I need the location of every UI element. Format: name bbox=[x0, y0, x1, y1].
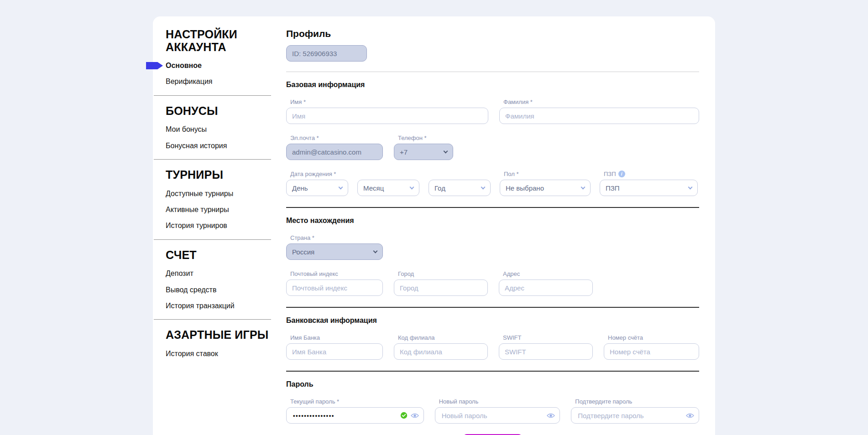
phone-code-value: +7 bbox=[400, 148, 408, 156]
first-name-input[interactable] bbox=[286, 108, 488, 124]
sidebar-item-main[interactable]: Основное bbox=[166, 62, 271, 70]
phone-field-group: Телефон * +7 bbox=[394, 135, 453, 160]
chevron-down-icon bbox=[688, 185, 693, 189]
city-input[interactable] bbox=[394, 280, 488, 296]
current-password-label: Текущий пароль * bbox=[290, 398, 424, 405]
gender-select[interactable]: Не выбрано bbox=[500, 180, 591, 196]
birth-month-select[interactable]: Месяц bbox=[357, 180, 419, 196]
country-value: Россия bbox=[292, 248, 314, 256]
birth-day-select[interactable]: День bbox=[286, 180, 348, 196]
sidebar-item-label: Бонусная история bbox=[166, 142, 227, 150]
account-number-field-group: Номер счёта bbox=[604, 334, 699, 360]
gender-label: Пол * bbox=[504, 171, 591, 177]
current-password-input[interactable] bbox=[292, 412, 400, 419]
sidebar-heading-account-settings: НАСТРОЙКИ АККАУНТА bbox=[166, 28, 271, 53]
sidebar-item-withdrawal[interactable]: Вывод средств bbox=[166, 286, 271, 294]
sidebar-heading-account: СЧЕТ bbox=[166, 249, 271, 262]
bank-name-input[interactable] bbox=[286, 343, 383, 360]
new-password-label: Новый пароль bbox=[439, 398, 560, 405]
first-name-field-group: Имя * bbox=[286, 98, 488, 124]
chevron-down-icon bbox=[444, 149, 448, 153]
birth-day-value: День bbox=[292, 184, 308, 192]
phone-code-select: +7 bbox=[394, 144, 453, 160]
bank-name-label: Имя Банка bbox=[290, 334, 383, 341]
sidebar-item-my-bonuses[interactable]: Мои бонусы bbox=[166, 125, 271, 134]
address-input[interactable] bbox=[499, 280, 593, 296]
toggle-password-visibility-button[interactable] bbox=[411, 413, 419, 419]
sidebar-item-available-tournaments[interactable]: Доступные турниры bbox=[166, 190, 271, 198]
toggle-password-visibility-button[interactable] bbox=[547, 413, 555, 419]
sidebar-item-bonus-history[interactable]: Бонусная история bbox=[166, 142, 271, 150]
confirm-password-label: Подтвердите пароль bbox=[575, 398, 699, 405]
confirm-password-field-group: Подтвердите пароль bbox=[571, 398, 699, 424]
pep-field-group: ПЗП i ПЗП bbox=[600, 171, 698, 196]
address-field-group: Адрес bbox=[499, 270, 593, 296]
divider bbox=[286, 72, 699, 72]
new-password-box bbox=[435, 407, 560, 424]
last-name-label: Фамилия * bbox=[503, 98, 699, 105]
bank-name-field-group: Имя Банка bbox=[286, 334, 383, 360]
postal-code-input[interactable] bbox=[286, 280, 383, 296]
section-title-bank-info: Банковская информация bbox=[286, 316, 699, 325]
gender-value: Не выбрано bbox=[506, 184, 544, 192]
eye-icon bbox=[411, 413, 419, 419]
birth-date-label: Дата рождения * bbox=[290, 171, 348, 177]
country-label: Страна * bbox=[290, 234, 383, 241]
sidebar-divider bbox=[154, 159, 271, 160]
email-field bbox=[286, 144, 383, 160]
birth-year-value: Год bbox=[434, 184, 445, 192]
email-label: Эл.почта * bbox=[290, 135, 383, 141]
sidebar-item-transaction-history[interactable]: История транзакций bbox=[166, 302, 271, 310]
sidebar-item-label: Мои бонусы bbox=[166, 125, 207, 133]
phone-label: Телефон * bbox=[398, 135, 453, 141]
chevron-down-icon bbox=[581, 185, 586, 189]
account-settings-card: НАСТРОЙКИ АККАУНТА Основное Верификация … bbox=[153, 16, 715, 435]
chevron-down-icon bbox=[410, 185, 414, 189]
sidebar: НАСТРОЙКИ АККАУНТА Основное Верификация … bbox=[166, 28, 271, 435]
branch-code-field-group: Код филиала bbox=[394, 334, 488, 360]
branch-code-input[interactable] bbox=[394, 343, 488, 360]
info-icon[interactable]: i bbox=[618, 171, 625, 177]
country-select: Россия bbox=[286, 243, 383, 260]
sidebar-item-deposit[interactable]: Депозит bbox=[166, 269, 271, 278]
chevron-down-icon bbox=[339, 185, 343, 189]
swift-input[interactable] bbox=[499, 343, 593, 360]
user-id-field bbox=[286, 45, 367, 62]
sidebar-item-bet-history[interactable]: История ставок bbox=[166, 350, 271, 358]
sidebar-item-active-tournaments[interactable]: Активные турниры bbox=[166, 206, 271, 214]
sidebar-divider bbox=[154, 319, 271, 320]
account-number-input[interactable] bbox=[604, 343, 699, 360]
sidebar-item-label: История турниров bbox=[166, 222, 227, 229]
sidebar-divider bbox=[154, 95, 271, 96]
address-label: Адрес bbox=[503, 270, 593, 277]
last-name-input[interactable] bbox=[499, 108, 699, 124]
city-label: Город bbox=[398, 270, 488, 277]
new-password-input[interactable] bbox=[441, 411, 547, 420]
birth-year-select[interactable]: Год bbox=[429, 180, 491, 196]
divider bbox=[286, 307, 699, 308]
pep-select[interactable]: ПЗП bbox=[600, 180, 698, 196]
section-title-location: Место нахождения bbox=[286, 217, 699, 225]
gender-field-group: Пол * Не выбрано bbox=[500, 171, 591, 196]
eye-icon bbox=[686, 413, 694, 419]
swift-label: SWIFT bbox=[503, 334, 593, 341]
account-number-label: Номер счёта bbox=[608, 334, 699, 341]
page-title: Профиль bbox=[286, 28, 699, 39]
toggle-password-visibility-button[interactable] bbox=[686, 413, 694, 419]
divider bbox=[286, 371, 699, 372]
last-name-field-group: Фамилия * bbox=[499, 98, 699, 124]
sidebar-item-tournament-history[interactable]: История турниров bbox=[166, 222, 271, 230]
sidebar-heading-bonuses: БОНУСЫ bbox=[166, 105, 271, 118]
birth-day-field-group: Дата рождения * День bbox=[286, 171, 348, 196]
sidebar-item-label: Доступные турниры bbox=[166, 190, 233, 197]
birth-year-field-group: Год bbox=[429, 180, 491, 196]
sidebar-item-label: Депозит bbox=[166, 269, 193, 277]
valid-check-icon bbox=[400, 412, 408, 419]
eye-icon bbox=[547, 413, 555, 419]
divider bbox=[286, 207, 699, 208]
profile-form: Профиль Базовая информация Имя * Фамилия… bbox=[286, 28, 699, 435]
city-field-group: Город bbox=[394, 270, 488, 296]
sidebar-item-label: Вывод средств bbox=[166, 286, 216, 294]
confirm-password-input[interactable] bbox=[577, 411, 686, 420]
sidebar-item-verification[interactable]: Верификация bbox=[166, 78, 271, 86]
